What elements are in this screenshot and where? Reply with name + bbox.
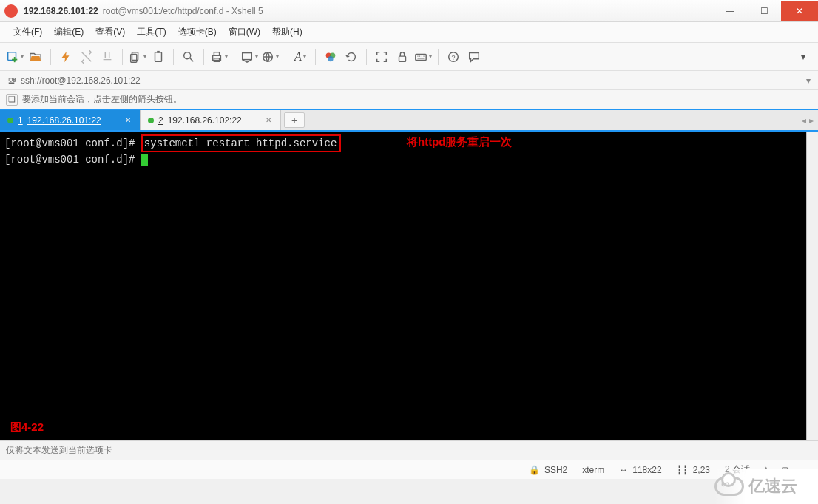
toolbar: A ? ▾: [0, 43, 818, 71]
new-session-button[interactable]: [6, 48, 24, 66]
new-tab-button[interactable]: +: [284, 112, 305, 128]
separator: [438, 49, 439, 65]
help-button[interactable]: ?: [445, 48, 462, 66]
menu-tabs[interactable]: 选项卡(B): [174, 24, 221, 40]
add-session-hint-button[interactable]: ❏: [6, 94, 18, 106]
cursor-icon: [141, 154, 148, 166]
scrollbar[interactable]: [806, 132, 818, 440]
keyboard-button[interactable]: [414, 48, 432, 66]
svg-rect-11: [243, 52, 252, 59]
disconnect-button[interactable]: [98, 48, 116, 66]
copy-button[interactable]: [129, 48, 146, 66]
svg-text:?: ?: [451, 53, 455, 61]
separator: [366, 49, 367, 65]
title-path: root@vms001:/etc/httpd/conf.d - Xshell 5: [103, 6, 263, 16]
reconnect-button[interactable]: [78, 48, 95, 66]
watermark-text: 亿速云: [748, 475, 797, 497]
chat-button[interactable]: [465, 48, 483, 66]
svg-point-15: [328, 56, 333, 61]
svg-rect-2: [12, 58, 17, 60]
separator: [50, 49, 51, 65]
close-button[interactable]: ✕: [781, 1, 818, 21]
menu-file[interactable]: 文件(F): [9, 24, 47, 40]
menu-edit[interactable]: 编辑(E): [50, 24, 88, 40]
send-bar[interactable]: 仅将文本发送到当前选项卡: [0, 440, 818, 460]
toolbar-menu[interactable]: ▾: [794, 48, 812, 66]
status-dot-icon: [7, 118, 13, 123]
tab-label: 192.168.26.102:22: [168, 115, 242, 126]
menu-bar: 文件(F) 编辑(E) 查看(V) 工具(T) 选项卡(B) 窗口(W) 帮助(…: [0, 22, 818, 43]
title-bar: 192.168.26.101:22 root@vms001:/etc/httpd…: [0, 0, 818, 22]
terminal[interactable]: [root@vms001 conf.d]# systemctl restart …: [0, 132, 818, 440]
status-conn: SSH2: [544, 465, 567, 475]
separator: [285, 49, 285, 65]
font-button[interactable]: A: [291, 48, 309, 66]
address-dropdown[interactable]: ▾: [806, 75, 811, 86]
prompt: [root@vms001 conf.d]#: [4, 137, 141, 149]
title-host: 192.168.26.101:22: [24, 6, 98, 16]
svg-rect-16: [399, 56, 406, 61]
status-size: 118x22: [632, 465, 661, 475]
separator: [122, 49, 123, 65]
separator: [203, 49, 204, 65]
session-tab-1[interactable]: 1 192.168.26.101:22 ✕: [0, 110, 141, 130]
refresh-button[interactable]: [342, 48, 360, 66]
menu-view[interactable]: 查看(V): [91, 24, 129, 40]
prompt: [root@vms001 conf.d]#: [4, 154, 141, 166]
resize-icon: ↔: [619, 465, 628, 475]
color-scheme-button[interactable]: [322, 48, 339, 66]
print-button[interactable]: [210, 48, 228, 66]
menu-tools[interactable]: 工具(T): [132, 24, 170, 40]
separator: [315, 49, 316, 65]
svg-rect-5: [155, 52, 162, 61]
svg-point-7: [184, 52, 191, 58]
separator: [173, 49, 174, 65]
globe-button[interactable]: [261, 48, 279, 66]
send-bar-text: 仅将文本发送到当前选项卡: [6, 444, 112, 457]
tab-scroll-left-icon[interactable]: ◂: [802, 115, 806, 126]
separator: [234, 49, 234, 65]
xftp-button[interactable]: [240, 48, 258, 66]
highlighted-command: systemctl restart httpd.service: [141, 134, 341, 152]
figure-label: 图4-22: [10, 420, 44, 435]
maximize-button[interactable]: ☐: [747, 1, 781, 21]
lock-button[interactable]: [393, 48, 411, 66]
tab-num: 1: [18, 115, 23, 126]
status-bar: 🔒SSH2 xterm ↔118x22 ┇┇2,23 2 会话 ▴▾ ⧉ ▭: [0, 460, 818, 479]
svg-rect-17: [416, 54, 426, 60]
hint-text: 要添加当前会话，点击左侧的箭头按钮。: [22, 93, 182, 106]
lock-icon: 🔒: [529, 465, 540, 475]
address-host-icon: 🖳: [7, 75, 16, 86]
status-pos: 2,23: [693, 465, 710, 475]
tab-close-icon[interactable]: ✕: [266, 116, 271, 124]
hint-bar: ❏ 要添加当前会话，点击左侧的箭头按钮。: [0, 90, 818, 109]
address-url[interactable]: ssh://root@192.168.26.101:22: [21, 75, 141, 86]
svg-rect-6: [157, 50, 160, 52]
paste-button[interactable]: [149, 48, 167, 66]
app-icon: [4, 4, 18, 18]
tab-label: 192.168.26.101:22: [27, 115, 101, 126]
menu-help[interactable]: 帮助(H): [268, 24, 307, 40]
status-dot-icon: [148, 118, 154, 123]
tab-bar: 1 192.168.26.101:22 ✕ 2 192.168.26.102:2…: [0, 109, 818, 132]
svg-rect-9: [214, 52, 219, 55]
position-icon: ┇┇: [677, 465, 689, 475]
annotation-restart: 将httpd服务重启一次: [407, 134, 512, 149]
watermark: 亿速云: [714, 469, 818, 504]
open-button[interactable]: [27, 48, 44, 66]
session-tab-2[interactable]: 2 192.168.26.102:22 ✕: [141, 110, 281, 130]
tab-close-icon[interactable]: ✕: [125, 116, 131, 124]
fullscreen-button[interactable]: [373, 48, 391, 66]
status-term: xterm: [582, 465, 604, 475]
tab-scroll-right-icon[interactable]: ▸: [809, 115, 814, 126]
cloud-icon: [714, 477, 744, 496]
quick-command-button[interactable]: [57, 48, 75, 66]
find-button[interactable]: [180, 48, 197, 66]
menu-window[interactable]: 窗口(W): [224, 24, 265, 40]
address-bar: 🖳 ssh://root@192.168.26.101:22 ▾: [0, 71, 818, 90]
minimize-button[interactable]: —: [713, 1, 747, 21]
tab-num: 2: [158, 115, 163, 126]
